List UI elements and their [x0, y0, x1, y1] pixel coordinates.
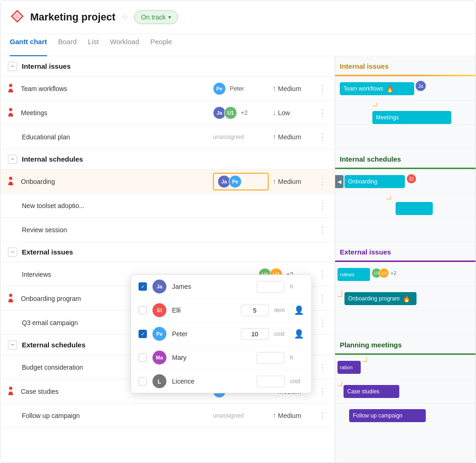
more-options-button[interactable]: ⋮ — [318, 201, 327, 211]
table-row: Review session ⋮ — [0, 218, 335, 242]
table-row: Team workflows Pe Peter ↑ Medium ⋮ — [0, 77, 335, 101]
hours-input-mary[interactable] — [257, 352, 284, 364]
person-icon — [8, 293, 13, 304]
unit-elli: item — [274, 307, 288, 313]
priority-up-icon: ↑ — [272, 177, 276, 186]
person-name-peter: Peter — [172, 330, 235, 338]
priority-up-icon: ↑ — [272, 411, 276, 420]
connector — [372, 103, 377, 106]
avatar: Pe — [229, 175, 242, 188]
more-options-button[interactable]: ⋮ — [318, 411, 327, 421]
avatar: El — [406, 173, 417, 184]
connector3 — [337, 290, 342, 297]
value-input-elli[interactable] — [241, 305, 269, 316]
more-options-button[interactable]: ⋮ — [318, 293, 327, 304]
task-name: Team workflows — [17, 85, 209, 92]
dropdown-item-james: ✓ Ja James h — [131, 275, 311, 299]
assignee-group: Pe Peter — [213, 82, 269, 95]
table-row: Onboarding Ja Pe ↑ Medium ⋮ — [0, 170, 335, 194]
collapse-external-schedules[interactable]: − — [8, 340, 17, 350]
avatar-james: Ja — [152, 280, 166, 293]
priority-badge: ↑ Medium — [272, 411, 314, 420]
tab-workload[interactable]: Workload — [110, 34, 139, 56]
gantt-row-teamworkflows: Team workflows 🔥 Ja — [335, 77, 476, 101]
gantt-bar-onboardingprog: Onboarding program 🔥 — [344, 292, 416, 305]
dropdown-item-peter: ✓ Pe Peter cost 👤 — [131, 322, 311, 346]
priority-badge: ↑ Medium — [272, 133, 314, 141]
gantt-section-label-plan: Planning meetings — [340, 341, 402, 349]
avatar-peter: Pe — [152, 327, 166, 341]
gantt-row-onboarding-prog: Onboarding program 🔥 — [335, 287, 476, 311]
svg-point-0 — [9, 84, 13, 87]
chevron-down-icon: ▾ — [168, 14, 171, 20]
priority-up-icon: ↑ — [272, 85, 276, 93]
priority-down-icon: ↓ — [272, 109, 276, 117]
gantt-row-educational — [335, 125, 476, 149]
more-options-button[interactable]: ⋮ — [318, 386, 327, 397]
task-name: Onboarding — [17, 178, 209, 185]
gantt-row-casestudies: Case studies — [335, 379, 476, 404]
gantt-bar-meetings: Meetings — [372, 111, 451, 124]
tab-gantt[interactable]: Gantt chart — [10, 34, 47, 56]
avatar: Pe — [213, 82, 226, 95]
gantt-bar-toolset — [396, 202, 433, 215]
checkbox-james[interactable]: ✓ — [139, 282, 147, 291]
assignee-group: unassigned — [213, 412, 269, 419]
tab-list[interactable]: List — [88, 34, 99, 56]
checkbox-mary[interactable] — [139, 353, 147, 362]
person-icon-peter: 👤 — [294, 329, 304, 339]
unit-peter: cost — [274, 331, 288, 337]
collapse-internal-schedules[interactable]: − — [8, 155, 17, 164]
gantt-row-toolset — [335, 194, 476, 218]
more-options-button[interactable]: ⋮ — [318, 362, 327, 372]
checkbox-elli[interactable] — [139, 306, 147, 314]
svg-point-4 — [9, 386, 13, 390]
gantt-row-meetings: Meetings — [335, 101, 476, 125]
task-name: New toolset adoptio... — [18, 202, 255, 209]
gantt-section-internal-sched: Internal schedules — [335, 149, 476, 170]
value-input-peter[interactable] — [241, 328, 269, 340]
main-content: − Internal issues Team workflows Pe Pete… — [0, 56, 476, 463]
person-icon — [8, 176, 13, 187]
checkbox-licence[interactable] — [139, 377, 147, 385]
tab-board[interactable]: Board — [58, 34, 77, 56]
gantt-section-external: External issues — [335, 242, 476, 262]
scroll-back-button[interactable]: ◀ — [335, 175, 344, 188]
gantt-bar-interviews: rviews — [337, 268, 370, 281]
more-options-button[interactable]: ⋮ — [318, 269, 327, 280]
more-options-button[interactable]: ⋮ — [318, 176, 327, 187]
checkbox-peter[interactable]: ✓ — [139, 330, 147, 338]
gold-stripe — [335, 75, 476, 76]
more-options-button[interactable]: ⋮ — [318, 84, 327, 94]
more-options-button[interactable]: ⋮ — [318, 108, 327, 118]
tab-people[interactable]: People — [150, 34, 172, 56]
gantt-row-followup: Follow up campaign — [335, 404, 476, 428]
flame-icon-2: 🔥 — [403, 295, 410, 302]
gantt-bar-budget: ration — [337, 361, 361, 374]
avatar: U2 — [379, 268, 389, 278]
task-name: Review session — [18, 226, 255, 234]
gantt-section-planning: Planning meetings — [335, 335, 476, 355]
section-external-issues: − External issues — [0, 242, 335, 262]
nav-tabs: Gantt chart Board List Workload People — [0, 34, 476, 56]
person-icon — [8, 386, 13, 397]
more-options-button[interactable]: ⋮ — [318, 132, 327, 142]
favorite-icon[interactable]: ☆ — [121, 12, 128, 22]
flame-icon: 🔥 — [386, 85, 394, 92]
table-row: Meetings Ja U1 +2 ↓ Low ⋮ — [0, 101, 335, 125]
hours-input-james[interactable] — [257, 281, 284, 293]
purple-stripe — [335, 261, 476, 262]
status-badge[interactable]: On track ▾ — [134, 10, 178, 24]
cost-input-licence[interactable] — [257, 376, 284, 387]
person-icon-elli: 👤 — [294, 305, 304, 315]
priority-badge: ↓ Low — [272, 109, 314, 117]
more-options-button[interactable]: ⋮ — [318, 225, 327, 235]
assignee-selected-group[interactable]: Ja Pe — [213, 173, 269, 190]
collapse-internal-issues[interactable]: − — [8, 62, 17, 71]
unit-licence: cost — [290, 378, 304, 385]
collapse-external-issues[interactable]: − — [8, 248, 17, 257]
avatar-mary: Ma — [152, 351, 166, 365]
project-title: Marketing project — [30, 11, 115, 23]
more-options-button[interactable]: ⋮ — [318, 318, 327, 328]
avatar-elli: El — [152, 303, 166, 317]
